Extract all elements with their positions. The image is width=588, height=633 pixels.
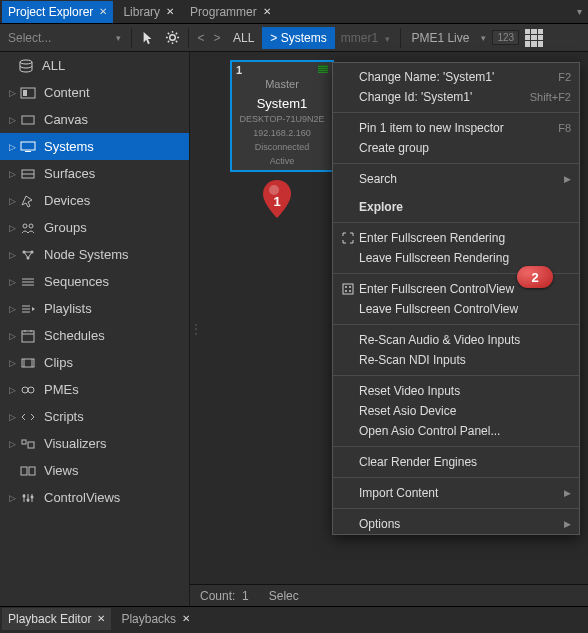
expand-icon[interactable]: ▷ — [6, 196, 18, 206]
ctx-import-content[interactable]: Import Content ▶ — [333, 483, 579, 503]
breadcrumb-systems[interactable]: > Systems — [262, 27, 334, 49]
calendar-icon — [18, 328, 38, 344]
tab-programmer[interactable]: Programmer ✕ — [184, 1, 277, 23]
close-icon[interactable]: ✕ — [182, 613, 190, 624]
separator — [188, 28, 189, 48]
expand-icon[interactable]: ▷ — [6, 250, 18, 260]
expand-icon[interactable]: ▷ — [6, 304, 18, 314]
expand-icon[interactable]: ▷ — [6, 358, 18, 368]
sidebar-item-node-systems[interactable]: ▷ Node Systems — [0, 241, 189, 268]
ctx-change-id[interactable]: Change Id: 'System1' Shift+F2 — [333, 87, 579, 107]
close-icon[interactable]: ✕ — [263, 6, 271, 17]
ctx-enter-fullscreen-rendering[interactable]: Enter Fullscreen Rendering — [333, 228, 579, 248]
controlview-icon — [337, 283, 359, 295]
svg-rect-30 — [28, 442, 34, 448]
sidebar-item-visualizers[interactable]: ▷ Visualizers — [0, 430, 189, 457]
toolbar-tag-mmer[interactable]: mmer1 ▾ — [335, 31, 397, 45]
separator — [333, 508, 579, 509]
tab-library[interactable]: Library ✕ — [117, 1, 180, 23]
sidebar-item-devices[interactable]: ▷ Devices — [0, 187, 189, 214]
ctx-search[interactable]: Search ▶ — [333, 169, 579, 189]
sidebar-item-label: Playlists — [44, 301, 92, 316]
ctx-options[interactable]: Options ▶ — [333, 514, 579, 534]
ctx-rescan-av[interactable]: Re-Scan Audio & Video Inputs — [333, 330, 579, 350]
svg-rect-29 — [22, 440, 26, 444]
tab-playbacks[interactable]: Playbacks ✕ — [115, 608, 196, 630]
ctx-explore[interactable]: Explore — [333, 197, 579, 217]
separator — [333, 273, 579, 274]
playlists-icon — [18, 301, 38, 317]
toolbar-pme-selector[interactable]: PME1 Live — [405, 31, 475, 45]
chevron-down-icon[interactable]: ▾ — [110, 33, 127, 43]
sidebar-item-playlists[interactable]: ▷ Playlists — [0, 295, 189, 322]
gear-icon[interactable] — [160, 26, 184, 50]
pmes-icon — [18, 382, 38, 398]
expand-icon[interactable]: ▷ — [6, 439, 18, 449]
sidebar-item-clips[interactable]: ▷ Clips — [0, 349, 189, 376]
expand-icon[interactable]: ▷ — [6, 412, 18, 422]
devices-icon — [18, 193, 38, 209]
tab-project-explorer[interactable]: Project Explorer ✕ — [2, 1, 113, 23]
expand-icon[interactable]: ▷ — [6, 88, 18, 98]
select-dropdown[interactable]: Select... — [0, 31, 110, 45]
ctx-pin-inspector[interactable]: Pin 1 item to new Inspector F8 — [333, 118, 579, 138]
chevron-right-icon: ▶ — [564, 488, 571, 498]
expand-icon[interactable]: ▷ — [6, 493, 18, 503]
close-icon[interactable]: ✕ — [97, 613, 105, 624]
nav-back-icon[interactable]: < — [193, 26, 209, 50]
separator — [333, 375, 579, 376]
sidebar-item-label: Sequences — [44, 274, 109, 289]
sequences-icon — [18, 274, 38, 290]
sidebar-item-canvas[interactable]: ▷ Canvas — [0, 106, 189, 133]
ctx-leave-fullscreen-rendering[interactable]: Leave Fullscreen Rendering — [333, 248, 579, 268]
sidebar-item-views[interactable]: ▷ Views — [0, 457, 189, 484]
ctx-rescan-ndi[interactable]: Re-Scan NDI Inputs — [333, 350, 579, 370]
chevron-down-icon[interactable]: ▾ — [475, 33, 492, 43]
tab-overflow-dropdown[interactable]: ▾ — [571, 6, 588, 17]
system-card[interactable]: 1 Master System1 DESKTOP-71U9N2E 192.168… — [230, 60, 334, 172]
expand-icon[interactable]: ▷ — [6, 142, 18, 152]
sidebar-item-surfaces[interactable]: ▷ Surfaces — [0, 160, 189, 187]
close-icon[interactable]: ✕ — [99, 6, 107, 17]
sidebar-item-label: PMEs — [44, 382, 79, 397]
sidebar-item-controlviews[interactable]: ▷ ControlViews — [0, 484, 189, 511]
expand-icon[interactable]: ▷ — [6, 385, 18, 395]
toolbar-numbox[interactable]: 123 — [492, 30, 519, 45]
ctx-clear-render-engines[interactable]: Clear Render Engines — [333, 452, 579, 472]
sidebar-item-sequences[interactable]: ▷ Sequences — [0, 268, 189, 295]
sidebar-item-label: Schedules — [44, 328, 105, 343]
ctx-enter-fullscreen-controlview[interactable]: Enter Fullscreen ControlView — [333, 279, 579, 299]
grid-view-icon[interactable] — [525, 29, 543, 47]
close-icon[interactable]: ✕ — [166, 6, 174, 17]
sidebar-item-content[interactable]: ▷ Content — [0, 79, 189, 106]
sidebar-item-scripts[interactable]: ▷ Scripts — [0, 403, 189, 430]
expand-icon[interactable]: ▷ — [6, 169, 18, 179]
separator — [333, 112, 579, 113]
ctx-create-group[interactable]: Create group — [333, 138, 579, 158]
ctx-reset-video[interactable]: Reset Video Inputs — [333, 381, 579, 401]
nav-forward-icon[interactable]: > — [209, 26, 225, 50]
sidebar-item-label: Visualizers — [44, 436, 107, 451]
breadcrumb-all[interactable]: ALL — [225, 27, 262, 49]
status-led-icon — [318, 65, 328, 73]
expand-icon[interactable]: ▷ — [6, 331, 18, 341]
sidebar-item-groups[interactable]: ▷ Groups — [0, 214, 189, 241]
expand-icon[interactable]: ▷ — [6, 115, 18, 125]
ctx-open-asio-panel[interactable]: Open Asio Control Panel... — [333, 421, 579, 441]
drag-handle-icon[interactable]: ⋮ — [190, 52, 202, 606]
expand-icon[interactable]: ▷ — [6, 277, 18, 287]
sidebar-item-all[interactable]: ALL — [0, 52, 189, 79]
card-state-disconnected: Disconnected — [255, 141, 310, 153]
top-tab-bar: Project Explorer ✕ Library ✕ Programmer … — [0, 0, 588, 24]
pointer-tool-icon[interactable] — [136, 26, 160, 50]
sidebar-item-schedules[interactable]: ▷ Schedules — [0, 322, 189, 349]
sidebar-item-systems[interactable]: ▷ Systems — [0, 133, 189, 160]
ctx-leave-fullscreen-controlview[interactable]: Leave Fullscreen ControlView — [333, 299, 579, 319]
ctx-reset-asio[interactable]: Reset Asio Device — [333, 401, 579, 421]
tab-playback-editor[interactable]: Playback Editor ✕ — [2, 608, 111, 630]
ctx-change-name[interactable]: Change Name: 'System1' F2 — [333, 67, 579, 87]
svg-point-44 — [349, 290, 351, 292]
expand-icon[interactable]: ▷ — [6, 223, 18, 233]
sidebar-item-pmes[interactable]: ▷ PMEs — [0, 376, 189, 403]
card-state-active: Active — [270, 155, 295, 167]
